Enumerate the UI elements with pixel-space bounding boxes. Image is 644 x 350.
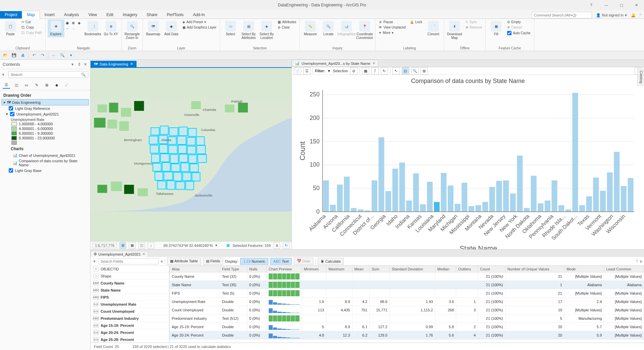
chart-bar[interactable]: [572, 93, 578, 212]
attributes-button[interactable]: ▦Attributes: [276, 19, 298, 25]
field-row[interactable]: #OBJECTID: [91, 266, 169, 273]
fields-button[interactable]: ▤ Fields: [203, 258, 223, 265]
downloadmap-button[interactable]: ⬇Download Map: [446, 19, 463, 41]
nav-icon-1[interactable]: ◉: [66, 21, 71, 26]
zoomsel-icon[interactable]: ⊡: [402, 67, 409, 75]
help-button[interactable]: ?: [584, 0, 599, 10]
fill-button[interactable]: ▦Fill: [488, 19, 504, 37]
chart-bar[interactable]: [385, 191, 391, 212]
chart-bar[interactable]: [323, 180, 329, 212]
tab-view[interactable]: View: [84, 11, 102, 18]
help-icon[interactable]: ?: [636, 259, 638, 263]
rectzoom-button[interactable]: 🔍Rectangle Zoom In: [124, 19, 141, 41]
command-search[interactable]: [532, 12, 592, 18]
chart-bar[interactable]: [454, 204, 460, 212]
sync-button[interactable]: ↻Sync: [464, 19, 483, 25]
autocache-checkbox[interactable]: [507, 31, 512, 35]
stats-col-header[interactable]: Minimum: [302, 266, 326, 272]
layer-base[interactable]: Light Gray Base: [1, 168, 89, 173]
menu-icon[interactable]: ≡: [640, 259, 642, 263]
fullextent-icon[interactable]: ⊞: [421, 67, 428, 75]
layer-base-checkbox[interactable]: [9, 168, 13, 173]
filter-icon[interactable]: ▼: [93, 259, 96, 263]
field-row[interactable]: 0.0Unemployment Rate: [91, 301, 169, 308]
chart-bar[interactable]: [607, 172, 613, 212]
chart-svg[interactable]: 050100150200250AlabamaArizonaCaliforniaC…: [296, 87, 640, 249]
pause-button[interactable]: ⏸Pause: [377, 19, 407, 25]
close-button[interactable]: ✕: [629, 0, 644, 10]
stats-col-header[interactable]: Chart Preview: [266, 266, 302, 272]
chart-bar[interactable]: [358, 210, 364, 212]
remove-button[interactable]: ✖Remove: [464, 25, 483, 30]
map-frame-item[interactable]: ▸ 🗺 Data Engineering: [1, 99, 89, 105]
list-labeling-icon[interactable]: ◆: [53, 81, 60, 89]
stats-col-header[interactable]: Alias: [170, 266, 220, 272]
list-perspective-icon[interactable]: ☄: [63, 81, 70, 89]
list-selection-icon[interactable]: ▭: [23, 81, 30, 89]
tab-addin[interactable]: Add-In: [188, 11, 209, 18]
stats-col-header[interactable]: Field Type: [220, 266, 247, 272]
paste-button[interactable]: 📋Paste: [2, 19, 19, 37]
chart-bar[interactable]: [566, 210, 571, 212]
chart-bar[interactable]: [413, 173, 419, 212]
nav-icon-3[interactable]: ◈: [78, 21, 83, 26]
qat-save-icon[interactable]: 💾: [11, 52, 17, 59]
chart-bar[interactable]: [558, 205, 564, 212]
constraint-icon[interactable]: ◫: [138, 242, 145, 249]
chart-bar[interactable]: [448, 185, 453, 212]
chart-bar[interactable]: [482, 202, 488, 212]
close-icon[interactable]: ✕: [84, 62, 89, 67]
layer-unemp[interactable]: ▾ Unemployment_April2021: [1, 111, 89, 117]
search-icon[interactable]: 🔍: [79, 73, 88, 77]
tab-analysis[interactable]: Analysis: [59, 11, 84, 18]
tab-imagery[interactable]: Imagery: [118, 11, 142, 18]
tab-project[interactable]: Project: [0, 11, 22, 18]
copypath-button[interactable]: ⿻Copy Path: [20, 30, 43, 35]
chart-bar[interactable]: [427, 182, 433, 212]
layer-ref[interactable]: Light Gray Reference: [1, 105, 89, 111]
chart-bar[interactable]: [628, 178, 633, 212]
cancel-button[interactable]: ✖Cancel: [506, 25, 532, 30]
select-button[interactable]: ▭Select: [222, 19, 239, 37]
de-search-input[interactable]: [98, 258, 159, 264]
chart-item-1[interactable]: 📊 Comparison of data counts by State Nam…: [1, 158, 89, 168]
addpreset-button[interactable]: ◈Add Preset ▾: [181, 19, 218, 25]
close-icon[interactable]: ✕: [130, 62, 133, 66]
field-row[interactable]: ABCCounty Name: [91, 280, 169, 287]
maximize-button[interactable]: ▢: [614, 0, 629, 10]
refresh-icon[interactable]: ↻: [283, 242, 289, 249]
empty-button[interactable]: ⊘Empty: [506, 19, 532, 25]
export-icon[interactable]: ⤴: [371, 67, 379, 75]
numeric-toggle[interactable]: 1.23 Numeric: [240, 258, 268, 265]
stats-row[interactable]: State Name Text (35) 0 (0%) 21 (100%) 1 …: [170, 281, 644, 289]
snap-icon[interactable]: ⊞: [119, 242, 126, 249]
attr-table-button[interactable]: ▦ Attribute Table: [167, 258, 201, 265]
qat-more-icon[interactable]: ▾: [68, 52, 74, 59]
autocache-button[interactable]: Auto Cache: [506, 30, 532, 36]
de-view-tab[interactable]: ⚙ Unemployment_April2021 ✕: [91, 251, 148, 257]
collapse-ribbon-icon[interactable]: ^: [640, 13, 641, 17]
viewunplaced-button[interactable]: 👁View Unplaced: [377, 25, 407, 30]
dropdown-icon[interactable]: ▾: [71, 62, 77, 67]
contents-search-input[interactable]: [9, 72, 79, 78]
tab-map[interactable]: Map: [22, 11, 40, 19]
list-editing-icon[interactable]: ✎: [33, 81, 40, 89]
stats-row[interactable]: Age 15-19: Percent Double 0 (0%) 5 8.9 6…: [170, 323, 644, 331]
qat-zoom-icon[interactable]: 🔍: [59, 52, 66, 59]
qat-redo-icon[interactable]: ↷: [39, 52, 46, 59]
chevron-down-icon[interactable]: ▾: [215, 243, 217, 248]
stats-col-header[interactable]: Count: [478, 266, 505, 272]
list-drawing-order-icon[interactable]: ☰: [3, 81, 10, 89]
pin-icon[interactable]: ⇕: [77, 62, 83, 67]
stats-col-header[interactable]: Number of Unique Values: [505, 266, 564, 272]
qat-print-icon[interactable]: 🖶: [19, 52, 26, 59]
catalog-tab[interactable]: Catalog: [637, 68, 644, 86]
chart-bar[interactable]: [399, 163, 405, 212]
tab-edit[interactable]: Edit: [102, 11, 118, 18]
stats-col-header[interactable]: Maximum: [326, 266, 352, 272]
stats-col-header[interactable]: Mode: [564, 266, 604, 272]
nav-icon-2[interactable]: ⊕: [72, 21, 77, 26]
chart-bar[interactable]: [475, 205, 481, 212]
stats-col-header[interactable]: Nulls: [247, 266, 267, 272]
chart-bar[interactable]: [538, 203, 543, 212]
